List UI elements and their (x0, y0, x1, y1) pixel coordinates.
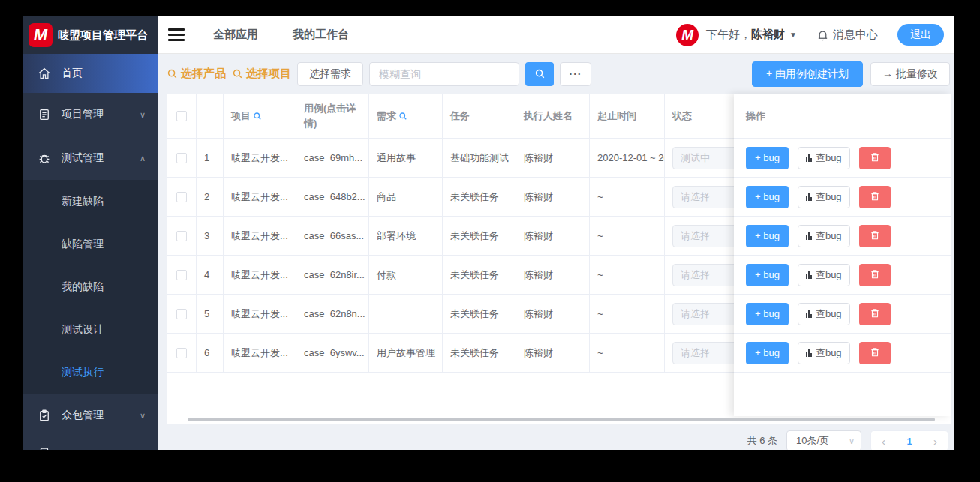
add-bug-button[interactable]: + bug (746, 225, 789, 247)
logout-button[interactable]: 退出 (897, 24, 944, 46)
case-link[interactable]: case_62n8ir... (296, 256, 369, 294)
current-page[interactable]: 1 (906, 436, 912, 447)
row-checkbox[interactable] (176, 153, 187, 163)
row-index: 3 (197, 217, 224, 255)
period-cell: 2020-12-01 ~ 20 (590, 139, 665, 177)
nav-my-workbench[interactable]: 我的工作台 (293, 28, 349, 42)
add-bug-button[interactable]: + bug (746, 342, 789, 364)
task-cell: 未关联任务 (443, 295, 516, 333)
row-checkbox[interactable] (176, 348, 187, 358)
delete-button[interactable] (859, 186, 891, 208)
bar-chart-icon (806, 349, 812, 357)
logo-bar: M 唛盟项目管理平台 (23, 16, 158, 54)
dropdown-arrow-icon[interactable]: ▼ (789, 31, 797, 39)
search-icon[interactable] (398, 112, 407, 121)
pager: ‹ 1 › (870, 430, 948, 450)
view-bug-button[interactable]: 查bug (798, 225, 850, 247)
add-bug-button[interactable]: + bug (746, 303, 789, 325)
sidebar-item-test-execution[interactable]: 测试执行 (23, 351, 158, 394)
project-cell: 唛盟云开发... (224, 139, 296, 177)
test-mgmt-submenu: 新建缺陷 缺陷管理 我的缺陷 测试设计 测试执行 (23, 180, 158, 394)
sidebar-item-project-mgmt[interactable]: 项目管理 ∨ (23, 93, 158, 136)
case-link[interactable]: case_62n8n... (296, 295, 369, 333)
delete-button[interactable] (859, 342, 891, 364)
select-project-link[interactable]: 选择项目 (232, 67, 291, 81)
fuzzy-search-input[interactable] (369, 62, 519, 86)
menu-icon (38, 446, 51, 450)
row-checkbox[interactable] (176, 231, 187, 241)
requirement-cell: 用户故事管理 (369, 334, 443, 372)
row-checkbox[interactable] (176, 192, 187, 202)
batch-edit-button[interactable]: → 批量修改 (870, 62, 950, 86)
create-plan-from-case-button[interactable]: + 由用例创建计划 (752, 61, 863, 87)
user-greeting[interactable]: 下午好，陈裕财 (706, 28, 785, 42)
sidebar-item-test-mgmt[interactable]: 测试管理 ∧ (23, 136, 158, 180)
case-link[interactable]: case_66sas... (296, 217, 369, 255)
status-value: 请选择 (681, 268, 732, 282)
row-index: 1 (197, 139, 224, 177)
select-all-checkbox[interactable] (176, 111, 187, 121)
sidebar-item-defect-mgmt[interactable]: 缺陷管理 (23, 223, 158, 265)
delete-button[interactable] (859, 225, 891, 247)
search-icon (167, 68, 178, 79)
sidebar-item-my-defects[interactable]: 我的缺陷 (23, 265, 158, 308)
view-bug-button[interactable]: 查bug (798, 186, 850, 208)
row-checkbox[interactable] (176, 270, 187, 280)
prev-page-button[interactable]: ‹ (882, 435, 885, 448)
sidebar-item-label: 测试管理 (62, 151, 140, 165)
search-icon (534, 68, 546, 79)
task-cell: 未关联任务 (443, 178, 516, 216)
add-bug-button[interactable]: + bug (746, 186, 789, 208)
period-cell: ~ (590, 334, 665, 372)
select-requirement-button[interactable]: 选择需求 (297, 62, 363, 86)
total-count: 共 6 条 (747, 434, 777, 448)
add-bug-button[interactable]: + bug (746, 147, 789, 169)
case-link[interactable]: case_648b2... (296, 178, 369, 216)
requirement-cell: 通用故事 (369, 139, 443, 177)
row-index: 5 (197, 295, 224, 333)
case-link[interactable]: case_6yswv... (296, 334, 369, 372)
executor-cell: 陈裕财 (516, 295, 590, 333)
search-button[interactable] (525, 62, 554, 86)
user-avatar[interactable]: M (676, 24, 699, 46)
task-cell: 未关联任务 (443, 217, 516, 255)
delete-button[interactable] (859, 303, 891, 325)
task-cell: 未关联任务 (443, 334, 516, 372)
horizontal-scrollbar[interactable] (188, 418, 935, 421)
select-product-link[interactable]: 选择产品 (167, 67, 226, 81)
view-bug-label: 查bug (816, 307, 842, 321)
add-bug-button[interactable]: + bug (746, 264, 789, 286)
more-filters-button[interactable]: ··· (560, 62, 591, 86)
delete-button[interactable] (859, 264, 891, 286)
clipboard-icon (38, 409, 51, 422)
case-link[interactable]: case_69mh... (296, 139, 369, 177)
hamburger-menu-icon[interactable] (168, 25, 185, 44)
row-index: 2 (197, 178, 224, 216)
col-requirement: 需求 (369, 94, 443, 138)
sidebar-item-home[interactable]: 首页 (23, 54, 158, 93)
task-cell: 未关联任务 (443, 256, 516, 294)
search-icon[interactable] (253, 112, 262, 121)
view-bug-button[interactable]: 查bug (798, 342, 850, 364)
sidebar-item-partial[interactable] (23, 437, 158, 450)
view-bug-button[interactable]: 查bug (798, 303, 850, 325)
page-size-value: 10条/页 (796, 434, 829, 448)
delete-button[interactable] (859, 147, 891, 169)
test-execution-table: 项目 用例(点击详情) 需求 任务 执行人姓名 起止时间 状态 1 唛盟云开发.… (167, 94, 951, 424)
status-value: 请选择 (681, 307, 732, 321)
next-page-button[interactable]: › (933, 435, 937, 448)
period-cell: ~ (590, 256, 665, 294)
filter-toolbar: 选择产品 选择项目 选择需求 ··· + 由用例创建计划 → 批量修改 (158, 54, 954, 94)
requirement-cell: 部署环境 (369, 217, 443, 255)
view-bug-button[interactable]: 查bug (798, 147, 850, 169)
nav-all-apps[interactable]: 全部应用 (213, 28, 258, 42)
project-cell: 唛盟云开发... (224, 217, 296, 255)
row-checkbox[interactable] (176, 309, 187, 319)
view-bug-button[interactable]: 查bug (798, 264, 850, 286)
sidebar-item-new-defect[interactable]: 新建缺陷 (23, 180, 158, 223)
trash-icon (870, 229, 880, 243)
sidebar-item-test-design[interactable]: 测试设计 (23, 308, 158, 351)
sidebar-item-crowd-mgmt[interactable]: 众包管理 ∨ (23, 394, 158, 437)
message-center-link[interactable]: 消息中心 (833, 28, 878, 42)
page-size-select[interactable]: 10条/页 ∨ (786, 430, 861, 450)
